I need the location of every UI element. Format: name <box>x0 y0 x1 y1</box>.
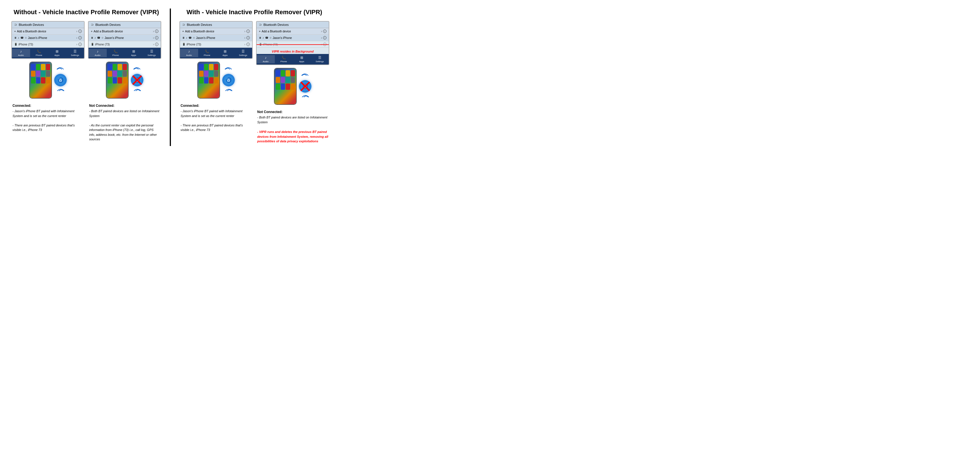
footer-audio-1[interactable]: ♪ Audio <box>12 49 30 57</box>
info-header-4: ⊃ Bluetooth Devices <box>257 22 329 28</box>
footer-phone-2[interactable]: 📞 Phone <box>107 49 125 57</box>
chevron-j1: › <box>76 37 77 40</box>
footer-settings-1[interactable]: ☰ Settings <box>66 49 84 57</box>
footer-settings-3[interactable]: ☰ Settings <box>234 49 252 57</box>
info-i-3[interactable]: i <box>247 30 250 33</box>
footer-apps-3[interactable]: ⊞ Apps <box>216 49 234 57</box>
screen1-title: Bluetooth Devices <box>19 23 44 26</box>
notconnected-text-with-red: - VIPR runs and deletes the previous BT … <box>257 129 328 144</box>
footer-audio-label-3: Audio <box>186 54 192 56</box>
device-icon-4b: ♪ <box>262 37 264 39</box>
chevron-j2: › <box>153 37 154 40</box>
audio-icon-4: ♪ <box>265 56 267 60</box>
footer-audio-4[interactable]: ♪ Audio <box>257 55 275 63</box>
add-device-row-4[interactable]: + Add a Bluetooth device › i <box>257 28 329 35</box>
phone-icon-f3: 📞 <box>205 49 209 53</box>
diagram-notconnected-without: 🔵 ⎙ <box>88 59 161 101</box>
without-screens-pair: ⊃ Bluetooth Devices + Add a Bluetooth de… <box>11 21 161 144</box>
bt-waves-right-3 <box>224 88 233 94</box>
bt-waves-left-3 <box>224 66 233 73</box>
apps-icon-2: ⊞ <box>132 49 135 53</box>
footer-apps-2[interactable]: ⊞ Apps <box>125 49 143 57</box>
phone-icon-f4: 📞 <box>282 56 286 60</box>
jason-row-1[interactable]: 🖥 ♪ ☎ ☆ Jason's iPhone › i <box>12 35 84 41</box>
jason-row-3[interactable]: 🖥 ♪ ☎ ☆ Jason's iPhone › i <box>180 35 252 41</box>
red-x-overlay-4 <box>299 80 312 93</box>
info-i-j1[interactable]: i <box>78 36 82 40</box>
device-icon-2a: 🖥 <box>91 37 94 39</box>
info-header-1: ⊃ Bluetooth Devices <box>12 22 84 28</box>
phone-icon-2: 📱 <box>91 43 94 46</box>
info-i-4[interactable]: i <box>323 30 326 33</box>
add-label-2: Add a Bluetooth device <box>94 30 152 33</box>
footer-apps-1[interactable]: ⊞ Apps <box>48 49 66 57</box>
red-x-2 <box>131 73 143 87</box>
jason-label-2: Jason's iPhone <box>105 37 152 40</box>
without-screen-connected: ⊃ Bluetooth Devices + Add a Bluetooth de… <box>11 21 84 144</box>
footer-audio-2[interactable]: ♪ Audio <box>89 49 107 57</box>
iphone73-row-1[interactable]: 📱 iPhone (73) › i <box>12 41 84 48</box>
iphone73-row-4-strikethrough: 📱 iPhone (73) › i <box>257 41 329 48</box>
with-title: With - Vehicle Inactive Profile Remover … <box>180 8 329 16</box>
footer-phone-3[interactable]: 📞 Phone <box>198 49 216 57</box>
add-device-row-1[interactable]: + Add a Bluetooth device › i <box>12 28 84 35</box>
with-screen-connected: ⊃ Bluetooth Devices + Add a Bluetooth de… <box>180 21 253 146</box>
footer-apps-4[interactable]: ⊞ Apps <box>293 55 311 63</box>
bt-waves-left-2 <box>133 66 142 73</box>
info-i-j2[interactable]: i <box>155 36 158 40</box>
notconnected-text-with-normal: - Both BT paired devices are listed on I… <box>257 115 328 124</box>
jason-label-3: Jason's iPhone <box>196 37 243 40</box>
footer-settings-label-2: Settings <box>148 54 156 56</box>
info-i-73-2[interactable]: i <box>155 43 158 46</box>
apps-icon-3: ⊞ <box>224 49 226 53</box>
footer-phone-1[interactable]: 📞 Phone <box>30 49 48 57</box>
chevron-73-2: › <box>153 43 154 46</box>
with-screens-pair: ⊃ Bluetooth Devices + Add a Bluetooth de… <box>180 21 329 146</box>
info-header-3: ⊃ Bluetooth Devices <box>180 22 252 28</box>
section-divider <box>170 8 171 146</box>
footer-audio-3[interactable]: ♪ Audio <box>180 49 198 57</box>
infotainment-3: ⊃ Bluetooth Devices + Add a Bluetooth de… <box>180 21 253 59</box>
screen3-title: Bluetooth Devices <box>187 23 212 26</box>
footer-settings-4[interactable]: ☰ Settings <box>311 55 329 63</box>
vipr-note-container: VIPR resides in Background <box>257 48 329 54</box>
red-strikethrough-line <box>257 44 329 45</box>
back-arrow-3[interactable]: ⊃ <box>182 23 185 27</box>
back-arrow-2[interactable]: ⊃ <box>91 23 94 27</box>
phone-icon-3: 📱 <box>182 43 185 46</box>
info-i-2[interactable]: i <box>155 30 158 33</box>
vipr-bg-note: VIPR resides in Background <box>259 50 326 53</box>
info-i-73-1[interactable]: i <box>78 43 82 46</box>
back-arrow-4[interactable]: ⊃ <box>259 23 262 27</box>
jason-row-4[interactable]: 🖥 ♪ ☎ ☆ Jason's iPhone › i <box>257 35 329 41</box>
footer-phone-label-4: Phone <box>280 60 287 63</box>
device-icon-3b: ♪ <box>186 37 188 39</box>
jason-row-2[interactable]: 🖥 ♪ ☎ ☆ Jason's iPhone › i <box>89 35 161 41</box>
info-i-j4[interactable]: i <box>323 36 326 40</box>
footer-phone-4[interactable]: 📞 Phone <box>275 55 293 63</box>
footer-audio-label-4: Audio <box>263 60 269 63</box>
add-device-row-3[interactable]: + Add a Bluetooth device › i <box>180 28 252 35</box>
back-arrow-1[interactable]: ⊃ <box>14 23 17 27</box>
bt-waves-right-1 <box>56 88 65 94</box>
desc-notconnected-with: Not Connected: - Both BT paired devices … <box>256 108 329 146</box>
iphone73-label-3: iPhone (73) <box>186 43 243 46</box>
add-label-3: Add a Bluetooth device <box>185 30 243 33</box>
screen4-title: Bluetooth Devices <box>264 23 289 26</box>
footer-settings-2[interactable]: ☰ Settings <box>143 49 161 57</box>
iphone73-row-2[interactable]: 📱 iPhone (73) › i <box>89 41 161 48</box>
footer-apps-label-3: Apps <box>223 54 228 56</box>
footer-settings-label-3: Settings <box>239 54 247 56</box>
without-section: Without - Vehicle Inactive Profile Remov… <box>6 8 167 146</box>
phone-img-4 <box>274 68 297 105</box>
iphone73-row-3[interactable]: 📱 iPhone (73) › i <box>180 41 252 48</box>
add-device-row-2[interactable]: + Add a Bluetooth device › i <box>89 28 161 35</box>
info-i-1[interactable]: i <box>78 30 82 33</box>
chevron-73-1: › <box>76 43 77 46</box>
device-icon-2d: ☆ <box>101 37 103 39</box>
info-i-73-3[interactable]: i <box>247 43 250 46</box>
plus-icon-1: + <box>14 30 16 33</box>
info-i-j3[interactable]: i <box>247 36 250 40</box>
screen2-title: Bluetooth Devices <box>95 23 121 26</box>
add-label-4: Add a Bluetooth device <box>262 30 320 33</box>
